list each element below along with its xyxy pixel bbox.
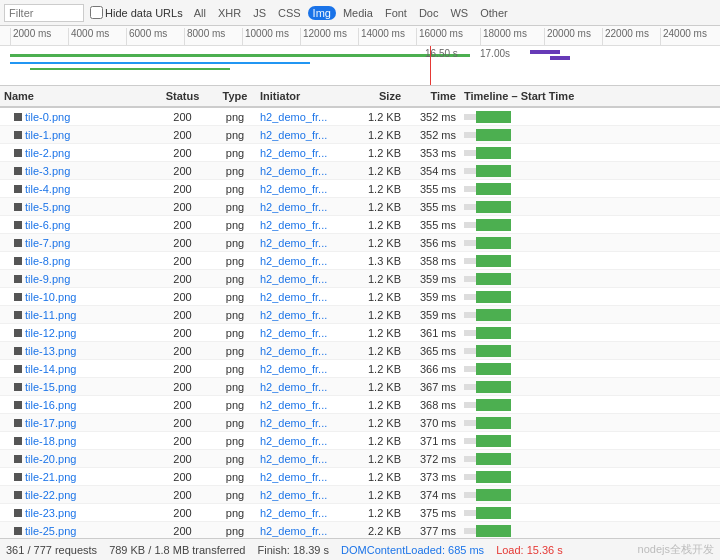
filter-tab-doc[interactable]: Doc <box>414 6 444 20</box>
bar-receiving <box>476 399 511 411</box>
table-row[interactable]: tile-22.png 200 png h2_demo_fr... 1.2 KB… <box>0 486 720 504</box>
table-row[interactable]: tile-5.png 200 png h2_demo_fr... 1.2 KB … <box>0 198 720 216</box>
bar-receiving <box>476 183 511 195</box>
cell-timeline <box>460 399 720 411</box>
cell-timeline <box>460 219 720 231</box>
cell-name: tile-15.png <box>0 381 155 393</box>
cell-name: tile-16.png <box>0 399 155 411</box>
status-bar: 361 / 777 requests 789 KB / 1.8 MB trans… <box>0 538 720 560</box>
cell-initiator: h2_demo_fr... <box>260 435 350 447</box>
cell-initiator: h2_demo_fr... <box>260 381 350 393</box>
table-row[interactable]: tile-0.png 200 png h2_demo_fr... 1.2 KB … <box>0 108 720 126</box>
filter-tab-ws[interactable]: WS <box>445 6 473 20</box>
cell-status: 200 <box>155 381 210 393</box>
table-row[interactable]: tile-20.png 200 png h2_demo_fr... 1.2 KB… <box>0 450 720 468</box>
table-row[interactable]: tile-4.png 200 png h2_demo_fr... 1.2 KB … <box>0 180 720 198</box>
cell-time: 359 ms <box>405 291 460 303</box>
bar-receiving <box>476 417 511 429</box>
table-row[interactable]: tile-11.png 200 png h2_demo_fr... 1.2 KB… <box>0 306 720 324</box>
cell-status: 200 <box>155 201 210 213</box>
timeline-bar <box>464 111 720 123</box>
filter-input[interactable] <box>4 4 84 22</box>
cell-initiator: h2_demo_fr... <box>260 273 350 285</box>
cell-initiator: h2_demo_fr... <box>260 219 350 231</box>
cell-size: 1.2 KB <box>350 291 405 303</box>
table-row[interactable]: tile-6.png 200 png h2_demo_fr... 1.2 KB … <box>0 216 720 234</box>
table-row[interactable]: tile-12.png 200 png h2_demo_fr... 1.2 KB… <box>0 324 720 342</box>
filter-tab-other[interactable]: Other <box>475 6 513 20</box>
cell-initiator: h2_demo_fr... <box>260 453 350 465</box>
table-row[interactable]: tile-10.png 200 png h2_demo_fr... 1.2 KB… <box>0 288 720 306</box>
cell-name: tile-7.png <box>0 237 155 249</box>
bar-waiting <box>464 420 476 426</box>
cell-timeline <box>460 471 720 483</box>
table-row[interactable]: tile-9.png 200 png h2_demo_fr... 1.2 KB … <box>0 270 720 288</box>
filter-tab-xhr[interactable]: XHR <box>213 6 246 20</box>
table-row[interactable]: tile-25.png 200 png h2_demo_fr... 2.2 KB… <box>0 522 720 538</box>
cell-type: png <box>210 417 260 429</box>
table-header: Name Status Type Initiator Size Time Tim… <box>0 86 720 108</box>
table-row[interactable]: tile-1.png 200 png h2_demo_fr... 1.2 KB … <box>0 126 720 144</box>
cell-time: 353 ms <box>405 147 460 159</box>
bar-receiving <box>476 489 511 501</box>
bar-receiving <box>476 309 511 321</box>
cell-time: 371 ms <box>405 435 460 447</box>
row-icon <box>14 257 22 265</box>
timeline-bar <box>464 471 720 483</box>
timeline-bar <box>464 129 720 141</box>
cell-status: 200 <box>155 471 210 483</box>
timeline-bar <box>464 309 720 321</box>
cell-timeline <box>460 129 720 141</box>
bar-waiting <box>464 240 476 246</box>
filter-tab-font[interactable]: Font <box>380 6 412 20</box>
row-icon <box>14 491 22 499</box>
cell-name: tile-20.png <box>0 453 155 465</box>
cell-initiator: h2_demo_fr... <box>260 327 350 339</box>
table-row[interactable]: tile-7.png 200 png h2_demo_fr... 1.2 KB … <box>0 234 720 252</box>
cell-time: 354 ms <box>405 165 460 177</box>
table-row[interactable]: tile-21.png 200 png h2_demo_fr... 1.2 KB… <box>0 468 720 486</box>
scale-tick-16000 ms: 16000 ms <box>416 28 463 47</box>
cell-timeline <box>460 111 720 123</box>
filter-tab-img[interactable]: Img <box>308 6 336 20</box>
cell-initiator: h2_demo_fr... <box>260 399 350 411</box>
bar-receiving <box>476 345 511 357</box>
table-row[interactable]: tile-16.png 200 png h2_demo_fr... 1.2 KB… <box>0 396 720 414</box>
timeline-bar <box>464 255 720 267</box>
cell-size: 1.2 KB <box>350 183 405 195</box>
table-row[interactable]: tile-8.png 200 png h2_demo_fr... 1.3 KB … <box>0 252 720 270</box>
cell-time: 352 ms <box>405 111 460 123</box>
table-row[interactable]: tile-3.png 200 png h2_demo_fr... 1.2 KB … <box>0 162 720 180</box>
hide-data-urls-checkbox[interactable]: Hide data URLs <box>90 6 183 19</box>
cell-name: tile-25.png <box>0 525 155 537</box>
table-row[interactable]: tile-2.png 200 png h2_demo_fr... 1.2 KB … <box>0 144 720 162</box>
filter-tab-media[interactable]: Media <box>338 6 378 20</box>
table-row[interactable]: tile-23.png 200 png h2_demo_fr... 1.2 KB… <box>0 504 720 522</box>
cell-name: tile-5.png <box>0 201 155 213</box>
bar-waiting <box>464 528 476 534</box>
table-row[interactable]: tile-14.png 200 png h2_demo_fr... 1.2 KB… <box>0 360 720 378</box>
cell-timeline <box>460 165 720 177</box>
table-row[interactable]: tile-18.png 200 png h2_demo_fr... 1.2 KB… <box>0 432 720 450</box>
main-table: Name Status Type Initiator Size Time Tim… <box>0 86 720 538</box>
filter-tab-js[interactable]: JS <box>248 6 271 20</box>
cell-size: 1.2 KB <box>350 309 405 321</box>
waterfall-preview: 16.50 s 17.00s <box>0 46 720 86</box>
cell-type: png <box>210 327 260 339</box>
table-row[interactable]: tile-13.png 200 png h2_demo_fr... 1.2 KB… <box>0 342 720 360</box>
cell-size: 2.2 KB <box>350 525 405 537</box>
row-icon <box>14 473 22 481</box>
scale-tick-14000 ms: 14000 ms <box>358 28 405 47</box>
cell-timeline <box>460 327 720 339</box>
cell-type: png <box>210 255 260 267</box>
cell-time: 356 ms <box>405 237 460 249</box>
scale-tick-18000 ms: 18000 ms <box>480 28 527 47</box>
filter-tab-css[interactable]: CSS <box>273 6 306 20</box>
table-row[interactable]: tile-15.png 200 png h2_demo_fr... 1.2 KB… <box>0 378 720 396</box>
cell-initiator: h2_demo_fr... <box>260 147 350 159</box>
scale-tick-4000 ms: 4000 ms <box>68 28 109 47</box>
table-row[interactable]: tile-17.png 200 png h2_demo_fr... 1.2 KB… <box>0 414 720 432</box>
filter-tab-all[interactable]: All <box>189 6 211 20</box>
cell-name: tile-14.png <box>0 363 155 375</box>
cell-time: 366 ms <box>405 363 460 375</box>
